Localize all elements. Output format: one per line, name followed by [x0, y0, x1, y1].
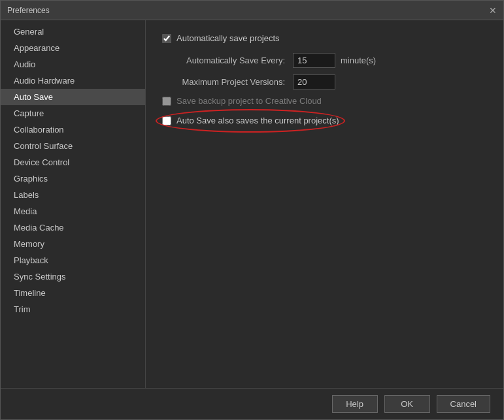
- close-button[interactable]: ✕: [489, 6, 497, 15]
- sidebar-item-media[interactable]: Media: [1, 203, 145, 219]
- backup-cloud-checkbox[interactable]: [162, 97, 171, 106]
- sidebar-item-playback[interactable]: Playback: [1, 252, 145, 268]
- dialog-content: GeneralAppearanceAudioAudio HardwareAuto…: [1, 20, 503, 388]
- save-every-row: Automatically Save Every: minute(s): [162, 53, 487, 68]
- sidebar-item-appearance[interactable]: Appearance: [1, 40, 145, 56]
- sidebar: GeneralAppearanceAudioAudio HardwareAuto…: [1, 20, 146, 388]
- sidebar-item-collaboration[interactable]: Collaboration: [1, 121, 145, 138]
- auto-save-current-label[interactable]: Auto Save also saves the current project…: [176, 116, 339, 125]
- save-every-label: Automatically Save Every:: [162, 56, 293, 65]
- save-every-unit: minute(s): [341, 56, 376, 65]
- dialog-title: Preferences: [7, 6, 50, 15]
- title-bar: Preferences ✕: [1, 1, 503, 20]
- ok-button[interactable]: OK: [384, 395, 430, 413]
- sidebar-item-audio-hardware[interactable]: Audio Hardware: [1, 73, 145, 89]
- sidebar-item-graphics[interactable]: Graphics: [1, 170, 145, 187]
- help-button[interactable]: Help: [332, 395, 378, 413]
- auto-save-checkbox[interactable]: [162, 34, 171, 43]
- main-panel: Automatically save projects Automaticall…: [146, 20, 503, 388]
- auto-save-row: Automatically save projects: [162, 33, 487, 43]
- sidebar-item-trim[interactable]: Trim: [1, 301, 145, 317]
- sidebar-item-memory[interactable]: Memory: [1, 236, 145, 252]
- sidebar-item-auto-save[interactable]: Auto Save: [1, 89, 145, 105]
- sidebar-item-control-surface[interactable]: Control Surface: [1, 138, 145, 154]
- save-every-input[interactable]: [293, 53, 335, 68]
- cancel-button[interactable]: Cancel: [437, 395, 490, 413]
- auto-save-current-row: Auto Save also saves the current project…: [162, 116, 487, 125]
- sidebar-item-labels[interactable]: Labels: [1, 187, 145, 203]
- sidebar-item-sync-settings[interactable]: Sync Settings: [1, 268, 145, 285]
- preferences-dialog: Preferences ✕ GeneralAppearanceAudioAudi…: [0, 0, 504, 420]
- max-versions-row: Maximum Project Versions:: [162, 74, 487, 89]
- backup-cloud-label[interactable]: Save backup project to Creative Cloud: [176, 96, 322, 106]
- sidebar-item-device-control[interactable]: Device Control: [1, 154, 145, 170]
- max-versions-input[interactable]: [293, 74, 335, 89]
- sidebar-item-capture[interactable]: Capture: [1, 105, 145, 121]
- auto-save-current-checkbox[interactable]: [162, 116, 171, 125]
- sidebar-item-audio[interactable]: Audio: [1, 56, 145, 73]
- max-versions-label: Maximum Project Versions:: [162, 77, 293, 87]
- sidebar-item-general[interactable]: General: [1, 24, 145, 40]
- backup-cloud-row: Save backup project to Creative Cloud: [162, 96, 487, 106]
- footer: Help OK Cancel: [1, 388, 503, 419]
- sidebar-item-media-cache[interactable]: Media Cache: [1, 219, 145, 236]
- auto-save-label[interactable]: Automatically save projects: [176, 33, 280, 43]
- sidebar-item-timeline[interactable]: Timeline: [1, 285, 145, 301]
